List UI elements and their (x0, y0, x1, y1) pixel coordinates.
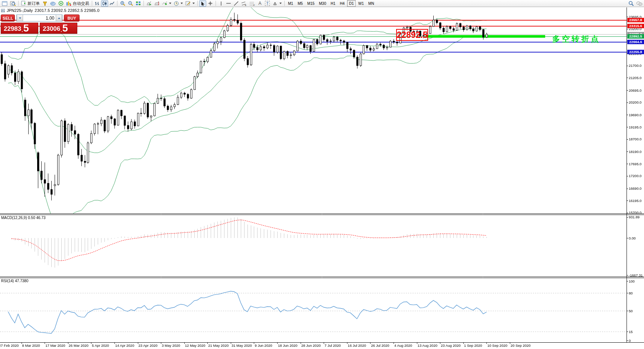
vertical-line-tool-button[interactable] (217, 0, 224, 7)
turning-point-annotation[interactable]: 多空转折点 (552, 34, 601, 44)
volume-increase-button[interactable] (56, 15, 62, 21)
rsi-tick-label: 100 (629, 279, 635, 283)
rsi-tick-label: 50 (629, 309, 633, 313)
search-icon[interactable] (628, 1, 634, 6)
buy-button[interactable]: BUY (64, 14, 80, 22)
date-label: 26 Jul 2020 (371, 343, 389, 348)
date-label: 27 Feb 2020 (0, 343, 19, 348)
date-label: 12 May 2020 (185, 343, 206, 348)
timeframe-button-M15[interactable]: M15 (305, 0, 316, 7)
auto-scroll-button[interactable] (145, 0, 153, 7)
chevron-down-icon (192, 3, 195, 4)
chevron-down-icon (169, 3, 171, 4)
volume-stepper: 1.00 (16, 14, 62, 22)
templates-button[interactable] (184, 0, 196, 7)
sell-button[interactable]: SELL (1, 14, 15, 22)
candlestick-chart-type-button[interactable] (101, 0, 108, 7)
new-order-icon (21, 1, 26, 6)
toolbar-separator (92, 1, 92, 6)
timeframe-button-H4[interactable]: H4 (338, 0, 347, 7)
buy-price-display[interactable]: 23006.5 (40, 23, 77, 34)
price-annotation-box[interactable]: 22892.5 (396, 29, 428, 41)
timeframe-button-M30[interactable]: M30 (317, 0, 328, 7)
toolbar-separator (284, 1, 285, 6)
line-chart-type-button[interactable] (109, 0, 116, 7)
channel-sub-label: E (245, 4, 246, 6)
date-label: 14 Apr 2020 (115, 343, 134, 348)
arrows-tool-button[interactable] (271, 0, 283, 7)
price-tick-label: 17695.0 (629, 162, 641, 166)
indicators-button[interactable] (161, 0, 172, 7)
date-label: 21 May 2020 (208, 343, 229, 348)
timeframe-button-H1[interactable]: H1 (329, 0, 337, 7)
timeframe-button-M1[interactable]: M1 (286, 0, 295, 7)
date-label: 1 Sep 2020 (464, 343, 482, 348)
price-tick-label: 16690.0 (629, 186, 641, 190)
autotrading-button[interactable]: 自动交易 (65, 0, 90, 7)
mt4-window: { "toolbar": { "new_order_label": "新订单",… (0, 0, 644, 349)
price-tick-label: 20200.0 (629, 100, 641, 104)
price-tick-label: 17200.0 (629, 174, 641, 178)
date-label: 4 Aug 2020 (394, 343, 412, 348)
date-label: 26 Mar 2020 (69, 343, 88, 348)
timeframe-button-D1[interactable]: D1 (347, 0, 356, 7)
terminal-icon[interactable] (49, 0, 57, 7)
symbol-period-label: JPN225-,Daily (7, 8, 33, 13)
macd-label: MACD(12,26,9) 0.50 46.73 (1, 216, 46, 220)
main-toolbar: 新订单 自动交易 E F A T M1M5M15M30H1H4D1W1MN (0, 0, 644, 7)
volume-input[interactable]: 1.00 (23, 16, 56, 21)
bar-chart-type-button[interactable] (94, 0, 101, 7)
trendline-tool-button[interactable] (233, 0, 240, 7)
label-tool-button[interactable]: T (264, 0, 271, 7)
crosshair-tool-button[interactable] (207, 0, 214, 7)
price-tick-label: 21205.0 (629, 76, 641, 80)
timeframe-button-MN[interactable]: MN (366, 0, 376, 7)
date-label: 8 Mar 2020 (22, 343, 40, 348)
price-badge: 22664.6 (627, 40, 644, 44)
zoom-out-button[interactable] (127, 0, 134, 7)
autotrading-icon (66, 1, 72, 6)
horizontal-line-tool-button[interactable] (225, 0, 232, 7)
profiles-icon[interactable] (41, 0, 49, 7)
timeframe-button-W1[interactable]: W1 (356, 0, 366, 7)
toolbar-separator (143, 1, 144, 6)
ohlc-values: 23017.5 23092.5 22852.5 22985.0 (35, 8, 99, 13)
one-click-trading-panel: SELL 1.00 BUY 22983.5 23006.5 (1, 14, 80, 34)
market-watch-button[interactable] (9, 0, 17, 7)
date-label: 31 May 2020 (232, 343, 252, 348)
fibo-sub-label: F (253, 4, 255, 6)
zoom-in-button[interactable] (119, 0, 126, 7)
tile-windows-button[interactable] (135, 0, 142, 7)
price-tick-label: 20695.0 (629, 88, 641, 92)
toolbar-separator (197, 1, 198, 6)
fibonacci-tool-button[interactable]: F (248, 0, 256, 7)
new-chart-button[interactable] (1, 0, 9, 7)
date-label: 10 Sep 2020 (487, 343, 507, 348)
date-label: 3 May 2020 (162, 343, 180, 348)
chart-canvas[interactable] (0, 0, 644, 349)
sell-price-display[interactable]: 22983.5 (1, 23, 38, 34)
chart-window-icon (1, 9, 5, 12)
rsi-tick-label: 15 (629, 330, 633, 334)
volume-decrease-button[interactable] (17, 15, 23, 21)
signals-icon[interactable] (57, 0, 65, 7)
cursor-tool-button[interactable] (199, 0, 206, 7)
autotrading-label: 自动交易 (73, 1, 89, 6)
channel-tool-button[interactable]: E (240, 0, 248, 7)
toolbar-separator (216, 1, 216, 6)
text-tool-button[interactable]: A (256, 0, 263, 7)
price-tick-label: 15700.0 (629, 211, 641, 215)
date-label: 17 Mar 2020 (45, 343, 65, 348)
timeframe-button-M5[interactable]: M5 (296, 0, 305, 7)
chart-shift-button[interactable] (153, 0, 161, 7)
chat-icon[interactable] (636, 1, 643, 6)
price-tick-label: 18700.0 (629, 137, 641, 141)
price-tick-label: 18190.0 (629, 150, 641, 154)
price-badge: 23557.8 (627, 18, 644, 22)
macd-tick-label: -1667.31 (629, 273, 643, 277)
macd-tick-label: 931.89 (629, 215, 640, 219)
date-label: 16 Jul 2020 (348, 343, 366, 348)
new-order-button[interactable]: 新订单 (20, 0, 41, 7)
chevron-down-icon (279, 3, 282, 4)
periods-button[interactable] (173, 0, 184, 7)
